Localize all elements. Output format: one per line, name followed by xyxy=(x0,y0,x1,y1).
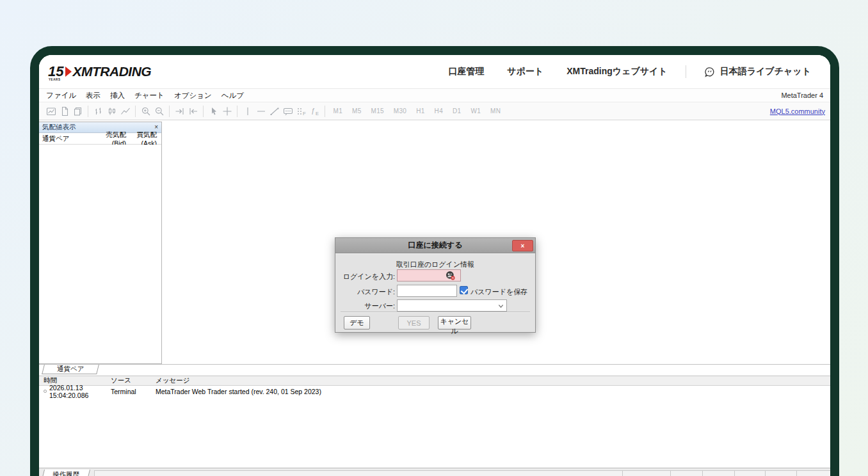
log-bullet-icon xyxy=(44,390,47,393)
cancel-button[interactable]: キャンセル xyxy=(438,316,471,329)
vertical-line-icon[interactable] xyxy=(241,104,254,118)
menu-insert[interactable]: 挿入 xyxy=(110,91,125,100)
nav-support[interactable]: サポート xyxy=(507,66,543,77)
auto-scroll-icon[interactable] xyxy=(173,104,186,118)
horizontal-line-icon[interactable] xyxy=(254,104,268,118)
menu-help[interactable]: ヘルプ xyxy=(221,91,244,100)
bar-chart-icon[interactable] xyxy=(92,104,105,118)
timeframe-h4-button[interactable]: H4 xyxy=(435,107,443,115)
page-background: 15 YEARS XMTRADING 口座管理 サポート XMTradingウェ… xyxy=(0,0,868,476)
status-pane-divider xyxy=(734,471,735,476)
timeframe-m1-button[interactable]: M1 xyxy=(334,107,343,115)
logo-brand-text: XMTRADING xyxy=(72,64,151,79)
zoom-out-icon[interactable] xyxy=(152,104,166,118)
dialog-titlebar: 口座に接続する × xyxy=(335,238,535,253)
log-time: 2026.01.13 15:04:20.086 xyxy=(39,384,111,399)
platform-label: MetaTrader 4 xyxy=(781,91,823,99)
timeframe-d1-button[interactable]: D1 xyxy=(453,107,461,115)
save-password-label: パスワードを保存 xyxy=(470,287,527,297)
password-label: パスワード: xyxy=(335,287,395,297)
journal-log-row: 2026.01.13 15:04:20.086 Terminal MetaTra… xyxy=(39,386,830,396)
timeframe-h1-button[interactable]: H1 xyxy=(416,107,424,115)
new-chart-icon[interactable] xyxy=(44,104,58,118)
log-source: Terminal xyxy=(111,388,156,395)
templates-icon[interactable] xyxy=(71,104,84,118)
server-select[interactable] xyxy=(397,299,507,312)
status-pane-divider xyxy=(670,471,671,476)
market-watch-column-headers: 通貨ペア 売気配(Bid) 買気配(Ask) xyxy=(39,133,161,145)
mql5-community-link[interactable]: MQL5.community xyxy=(770,107,825,115)
chat-icon xyxy=(704,67,715,77)
bottom-status-strip: 操作履歴 xyxy=(39,468,830,476)
app-window: 15 YEARS XMTRADING 口座管理 サポート XMTradingウェ… xyxy=(30,46,839,476)
dialog-subtitle: 取引口座のログイン情報 xyxy=(335,260,535,269)
fibonacci-icon[interactable]: F xyxy=(294,104,308,118)
log-message: MetaTrader Web Trader started (rev. 240,… xyxy=(156,388,830,395)
nav-website[interactable]: XMTradingウェブサイト xyxy=(567,66,668,77)
market-watch-body xyxy=(39,145,161,363)
timeframe-m30-button[interactable]: M30 xyxy=(394,107,406,115)
logo-15-years: 15 YEARS xyxy=(48,65,64,79)
toolbar-separator xyxy=(325,106,325,117)
timeframe-mn-button[interactable]: MN xyxy=(490,107,501,115)
status-bar xyxy=(94,470,830,476)
column-source: ソース xyxy=(111,376,156,385)
toolbar-separator xyxy=(88,106,88,117)
menubar: ファイル 表示 挿入 チャート オプション ヘルプ MetaTrader 4 xyxy=(39,88,830,102)
market-watch-close-icon[interactable]: × xyxy=(154,124,158,131)
menu-file[interactable]: ファイル xyxy=(46,91,76,100)
toolbar-separator xyxy=(237,106,237,117)
yes-button[interactable]: YES xyxy=(398,316,430,329)
line-chart-icon[interactable] xyxy=(118,104,132,118)
chevron-down-icon xyxy=(498,303,504,309)
password-input[interactable] xyxy=(397,285,457,297)
market-watch-tab-strip: 通貨ペア xyxy=(39,365,830,375)
server-label: サーバー: xyxy=(335,301,395,311)
header-nav: 口座管理 サポート XMTradingウェブサイト 日本語ライブチャット xyxy=(448,65,811,78)
svg-text:ƒ: ƒ xyxy=(311,107,315,114)
candlesticks-icon[interactable] xyxy=(105,104,118,118)
toolbar-separator xyxy=(169,106,170,117)
menu-view[interactable]: 表示 xyxy=(86,91,100,100)
nav-divider xyxy=(686,65,686,78)
logo-years-caption: YEARS xyxy=(49,79,61,82)
status-pane-divider xyxy=(622,471,623,476)
tab-symbols[interactable]: 通貨ペア xyxy=(42,365,99,374)
dialog-body: 取引口座のログイン情報 ログインを入力: パスワード: パスワードを保 xyxy=(335,253,535,333)
toolbar-separator xyxy=(203,106,204,117)
column-message: メッセージ xyxy=(156,376,830,385)
chart-shift-icon[interactable] xyxy=(186,104,200,118)
login-label: ログインを入力: xyxy=(335,272,395,282)
timeframe-m15-button[interactable]: M15 xyxy=(371,107,384,115)
dialog-close-button[interactable]: × xyxy=(512,240,533,251)
menu-options[interactable]: オプション xyxy=(174,91,212,100)
tab-journal[interactable]: 操作履歴 xyxy=(42,470,90,476)
nav-live-chat[interactable]: 日本語ライブチャット xyxy=(704,66,811,77)
text-label-icon[interactable] xyxy=(281,104,294,118)
profiles-icon[interactable] xyxy=(58,104,71,118)
window-content: 15 YEARS XMTRADING 口座管理 サポート XMTradingウェ… xyxy=(39,55,830,476)
status-pane-divider xyxy=(765,471,766,476)
site-header: 15 YEARS XMTRADING 口座管理 サポート XMTradingウェ… xyxy=(39,55,830,88)
save-password-checkbox[interactable] xyxy=(460,286,468,294)
cursor-icon[interactable] xyxy=(207,104,220,118)
account-error-icon xyxy=(446,271,455,280)
status-pane-divider xyxy=(702,471,703,476)
market-watch-panel: 気配値表示 × 通貨ペア 売気配(Bid) 買気配(Ask) xyxy=(39,122,162,364)
logo-arrow-icon xyxy=(65,67,72,77)
zoom-in-icon[interactable] xyxy=(139,104,152,118)
dialog-separator xyxy=(341,312,530,312)
nav-account-management[interactable]: 口座管理 xyxy=(448,66,484,77)
indicators-icon[interactable]: ƒE xyxy=(308,104,321,118)
crosshair-icon[interactable] xyxy=(220,104,234,118)
timeframe-m5-button[interactable]: M5 xyxy=(352,107,362,115)
toolbar: F ƒE M1 M5 M15 M30 H1 H4 D1 W1 MN MQL5.c… xyxy=(39,102,830,120)
status-pane-divider xyxy=(796,471,797,476)
journal-column-headers: 時間 ソース メッセージ xyxy=(39,376,830,386)
trendline-icon[interactable] xyxy=(268,104,281,118)
menu-chart[interactable]: チャート xyxy=(134,91,165,100)
timeframe-w1-button[interactable]: W1 xyxy=(470,107,481,115)
svg-text:F: F xyxy=(303,110,306,116)
toolbar-separator xyxy=(135,106,136,117)
demo-button[interactable]: デモ xyxy=(344,316,370,329)
